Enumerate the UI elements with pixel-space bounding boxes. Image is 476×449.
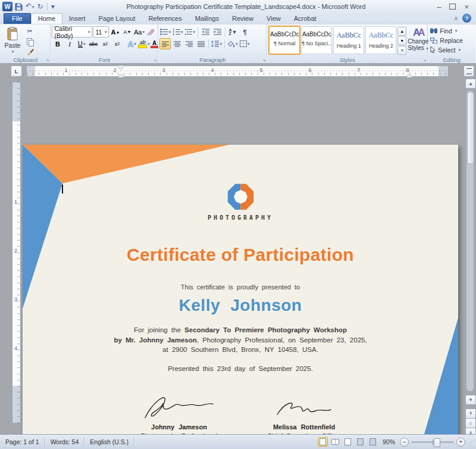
copy-button[interactable] [23,37,36,46]
tab-page-layout[interactable]: Page Layout [92,14,142,24]
clipboard-dialog-launcher[interactable]: ↘ [46,58,49,63]
scrollbar-thumb[interactable] [467,92,474,164]
numbering-button[interactable]: ▾ [172,26,184,38]
zoom-slider-thumb[interactable] [434,438,440,447]
tab-acrobat[interactable]: Acrobat [287,14,323,24]
font-name-combobox[interactable]: Calibri (Body)▾ [52,26,92,38]
shading-button[interactable]: ▾ [227,38,239,49]
right-indent-marker[interactable] [406,71,412,77]
bullets-button[interactable]: ▾ [159,26,171,38]
customize-qat-button[interactable]: ▾ [51,2,55,11]
format-painter-button[interactable] [23,47,36,56]
previous-page-button[interactable]: ↟ [465,409,476,419]
save-button[interactable] [14,3,23,11]
presented-date-line: Presented this 23rd day of September 202… [23,365,458,372]
print-layout-icon [320,438,326,445]
styles-scroll-up-button[interactable]: ▲ [397,27,406,36]
zoom-level[interactable]: 90% [380,438,397,445]
document-page[interactable]: PHOTOGRAPHY Certificate of Participation… [23,145,458,435]
tab-home[interactable]: Home [31,13,62,24]
word-app-icon[interactable]: W [2,2,12,11]
show-paragraph-marks-button[interactable]: ¶ [239,26,250,38]
binoculars-icon [430,28,437,33]
vertical-ruler[interactable]: 1 2 3 4 [12,82,21,423]
status-bar: Page: 1 of 1 Words: 54 English (U.S.) 90… [0,434,476,449]
bold-button[interactable]: B [52,38,63,49]
style-no-spacing[interactable]: AaBbCcDc ¶ No Spaci... [301,26,332,54]
select-button[interactable]: Select▾ [430,45,473,54]
clear-formatting-button[interactable] [145,26,156,38]
scroll-down-button[interactable]: ▼ [465,395,476,405]
highlight-color-button[interactable]: ab ▾ [138,38,149,49]
select-browse-object-button[interactable]: ○ [465,418,476,428]
signature-block-right: Melissa Rottenfield Chief Operations Off… [248,397,361,435]
print-layout-view-button[interactable] [318,437,328,447]
word-count[interactable]: Words: 54 [45,438,84,445]
styles-dialog-launcher[interactable]: ↘ [422,58,426,63]
styles-more-button[interactable]: ≡ [397,46,406,55]
shrink-font-button[interactable]: A▼ [121,26,133,38]
change-case-button[interactable]: Aa▾ [133,26,145,38]
style-heading-2[interactable]: AaBbCc Heading 2 [365,26,396,54]
minimize-ribbon-icon[interactable]: ∧ [454,15,458,21]
decrease-indent-button[interactable] [200,26,211,38]
align-left-button[interactable] [159,38,171,49]
styles-scroll-down-button[interactable]: ▼ [397,36,406,45]
tab-file[interactable]: File [4,13,31,24]
page-count[interactable]: Page: 1 of 1 [0,438,45,445]
redo-button[interactable]: ↻ [37,2,44,11]
align-center-button[interactable] [171,38,183,49]
replace-button[interactable]: Replace [430,36,473,45]
language-indicator[interactable]: English (U.S.) [84,438,134,445]
undo-button[interactable]: ↶▾ [25,2,35,11]
zoom-out-button[interactable]: – [400,438,409,447]
hanging-indent-marker[interactable] [118,71,124,77]
vertical-scrollbar[interactable]: ▲ ▼ ↟ ○ ↡ [465,66,475,432]
outline-view-button[interactable] [355,437,365,447]
tab-review[interactable]: Review [226,14,260,24]
line-spacing-button[interactable]: ▾ [211,38,223,49]
grow-font-button[interactable]: A▲ [109,26,121,38]
justify-button[interactable] [195,38,206,49]
tab-mailings[interactable]: Mailings [189,14,226,24]
superscript-button[interactable]: x2 [111,38,123,49]
tab-references[interactable]: References [142,14,188,24]
tab-view[interactable]: View [260,14,287,24]
sort-button[interactable]: AZ ▼ [227,26,239,38]
style-normal[interactable]: AaBbCcDc ¶ Normal [268,26,300,55]
find-button[interactable]: Find▾ [430,26,473,35]
scroll-up-button[interactable]: ▲ [465,79,476,89]
paragraph-dialog-launcher[interactable]: ↘ [262,58,265,63]
zoom-in-button[interactable]: + [456,438,465,447]
tab-stop-selector[interactable]: L [11,66,22,77]
italic-button[interactable]: I [64,38,75,49]
web-layout-view-button[interactable] [343,437,353,447]
scrollbar-track[interactable] [466,91,474,391]
font-dialog-launcher[interactable]: ↘ [154,58,157,63]
resize-grip[interactable]: ⋰ [468,439,474,445]
underline-button[interactable]: U▾ [76,38,87,49]
maximize-button[interactable] [449,4,456,10]
text-effects-button[interactable]: A▾ [126,38,137,49]
multilevel-list-button[interactable]: ▾ [184,26,196,38]
minimize-button[interactable]: – [437,2,441,11]
change-styles-button[interactable]: AA Change Styles ▾ [407,26,429,58]
draft-view-button[interactable] [368,437,378,447]
help-icon[interactable]: ? [462,14,471,23]
full-screen-reading-view-button[interactable] [330,437,340,447]
style-heading-1[interactable]: AaBbCc Heading 1 [333,26,364,54]
tab-insert[interactable]: Insert [62,14,92,24]
signature-left [134,394,224,420]
font-size-combobox[interactable]: 11▾ [93,26,109,38]
zoom-slider-track[interactable] [411,441,454,443]
increase-indent-button[interactable] [212,26,223,38]
strikethrough-button[interactable]: abc [87,38,99,49]
subscript-button[interactable]: x2 [99,38,111,49]
highlight-color-swatch [138,45,147,48]
paste-button[interactable]: Paste ▾ [2,26,23,55]
align-right-button[interactable] [183,38,195,49]
cut-button[interactable]: ✂ [23,27,36,36]
borders-button[interactable]: ▾ [239,38,250,49]
close-button[interactable]: × [464,2,469,11]
horizontal-ruler[interactable]: 1 2 3 4 5 6 7 8 [26,66,449,77]
